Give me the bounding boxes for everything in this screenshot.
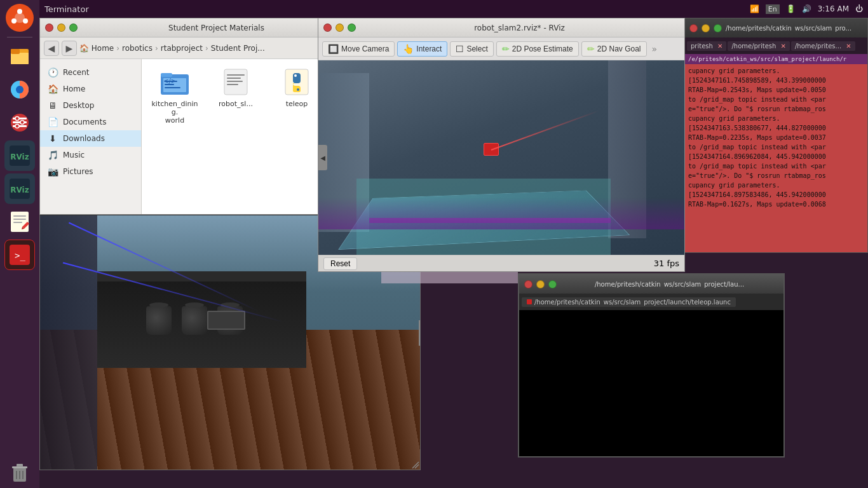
interact-icon: 👆 <box>403 44 414 54</box>
rviz-min-button[interactable] <box>336 24 344 32</box>
dock-item-editor[interactable] <box>4 207 35 237</box>
file-manager-body: 🕐 Recent 🏠 Home 🖥 Desktop 📄 Documents ⬇ … <box>40 59 356 214</box>
terminal-right-content[interactable]: cupancy grid parameters. [1524347161.745… <box>684 64 867 252</box>
pose-estimate-button[interactable]: ✏ 2D Pose Estimate <box>496 41 579 57</box>
tab-close-2[interactable]: ✕ <box>781 43 786 50</box>
sidebar-label-recent: Recent <box>63 68 89 77</box>
svg-rect-42 <box>227 74 245 76</box>
terminal-right-titlebar: /home/pritesh/catkin_ws/src/slam_pro... <box>684 18 867 37</box>
desktop-icon: 🖥 <box>48 100 58 111</box>
close-button[interactable] <box>45 24 53 32</box>
sidebar-item-recent[interactable]: 🕐 Recent <box>40 64 141 81</box>
sidebar-item-desktop[interactable]: 🖥 Desktop <box>40 97 141 114</box>
file-item-robot[interactable]: robot_sl... <box>210 67 261 125</box>
app-title: Terminator <box>44 4 89 14</box>
svg-rect-24 <box>13 222 22 223</box>
svg-rect-29 <box>17 464 23 467</box>
log-line-1: cupancy grid parameters. <box>688 67 864 76</box>
sidebar-item-downloads[interactable]: ⬇ Downloads <box>40 130 141 147</box>
teleop-tab-main[interactable]: /home/pritesh/catkin_ws/src/slam_project… <box>522 297 736 307</box>
dock-item-settings[interactable] <box>4 107 35 138</box>
dock-item-rviz1[interactable]: RViz <box>4 140 35 171</box>
nav-goal-icon: ✏ <box>587 44 595 54</box>
minimize-button[interactable] <box>57 24 65 32</box>
forward-button[interactable]: ▶ <box>62 41 77 56</box>
dock-item-ubuntu[interactable] <box>4 3 35 33</box>
svg-text:RViz: RViz <box>10 152 29 161</box>
robot-file-icon <box>220 67 251 97</box>
teleop-terminal-window: /home/pritesh/catkin_ws/src/slam_project… <box>518 273 785 458</box>
breadcrumb-current[interactable]: Student Proj... <box>211 44 265 53</box>
sidebar-item-documents[interactable]: 📄 Documents <box>40 114 141 130</box>
select-button[interactable]: ☐ Select <box>450 41 493 57</box>
log-line-8: RTAB-Map=0.2235s, Maps update=0.0037 <box>688 133 864 142</box>
viewport-collapse-btn[interactable]: ◀ <box>318 145 327 170</box>
svg-point-48 <box>294 74 297 77</box>
kitchen-file-label: kitchen_dining.world <box>149 100 200 125</box>
dock-item-rviz2[interactable]: RViz <box>4 173 35 204</box>
terminal-right-min[interactable] <box>702 24 710 32</box>
terminal-tab-pritesh[interactable]: pritesh ✕ <box>687 41 726 51</box>
tab-close-3[interactable]: ✕ <box>846 43 851 50</box>
resize-handle[interactable] <box>411 461 420 470</box>
rviz-titlebar: robot_slam2.rviz* - RViz <box>318 18 684 37</box>
reset-button[interactable]: Reset <box>323 257 357 270</box>
move-camera-button[interactable]: 🔲 Move Camera <box>322 41 395 57</box>
more-tools-button[interactable]: » <box>652 44 658 54</box>
sidebar-item-music[interactable]: 🎵 Music <box>40 147 141 163</box>
back-button[interactable]: ◀ <box>44 41 59 56</box>
dock-item-terminal[interactable]: >_ <box>4 240 35 270</box>
power-icon: ⏻ <box>855 4 863 13</box>
file-item-kitchen[interactable]: </> kitchen_dining.world <box>149 67 200 125</box>
terminal-right-max[interactable] <box>714 24 722 32</box>
teleop-content[interactable] <box>519 310 783 456</box>
sidebar-label-pictures: Pictures <box>63 167 93 176</box>
rviz-viewport[interactable]: ◀ <box>318 60 684 255</box>
teleop-min[interactable] <box>536 280 545 288</box>
rviz-close-button[interactable] <box>323 24 332 32</box>
svg-rect-6 <box>11 53 29 64</box>
fps-display: 31 fps <box>654 259 679 268</box>
pictures-icon: 📷 <box>48 166 58 177</box>
terminal-right-close[interactable] <box>689 24 698 32</box>
svg-rect-38 <box>165 87 180 88</box>
file-manager-toolbar: ◀ ▶ 🏠 Home › robotics › rtabproject › St… <box>40 37 356 59</box>
teleop-close[interactable] <box>524 280 532 288</box>
dock-item-trash[interactable] <box>4 458 35 488</box>
dock-item-files[interactable] <box>4 41 35 72</box>
breadcrumb-robotics[interactable]: robotics <box>122 44 153 53</box>
interact-label: Interact <box>416 44 442 53</box>
log-line-5: e="true"/>. Do "$ rosrun rtabmap_ros <box>688 105 864 114</box>
select-label: Select <box>466 44 487 53</box>
maximize-button[interactable] <box>69 24 78 32</box>
breadcrumb-home[interactable]: 🏠 Home <box>79 44 114 53</box>
battery-icon: 🔋 <box>786 4 796 13</box>
dock-item-firefox[interactable] <box>4 74 35 105</box>
pose-estimate-icon: ✏ <box>502 44 510 54</box>
sidebar-item-home[interactable]: 🏠 Home <box>40 81 141 97</box>
interact-button[interactable]: 👆 Interact <box>397 41 447 57</box>
teleop-max[interactable] <box>548 280 557 288</box>
svg-rect-34 <box>161 73 172 77</box>
log-line-4: to /grid_map topic instead with <par <box>688 95 864 104</box>
tab-close-1[interactable]: ✕ <box>717 43 722 50</box>
sidebar-item-pictures[interactable]: 📷 Pictures <box>40 163 141 180</box>
breadcrumb-rtabproject[interactable]: rtabproject <box>161 44 203 53</box>
teleop-tabbar: /home/pritesh/catkin_ws/src/slam_project… <box>519 294 783 310</box>
log-line-7: [1524347163.538380677, 444.827000000 <box>688 124 864 133</box>
nav-goal-button[interactable]: ✏ 2D Nav Goal <box>581 41 647 57</box>
sidebar-label-downloads: Downloads <box>63 134 105 143</box>
terminal-tab-path[interactable]: /home/prites... ✕ <box>791 41 855 51</box>
gazebo-collapse-btn[interactable]: ▶ <box>419 320 421 346</box>
keyboard-lang: En <box>766 4 780 14</box>
gazebo-wall-left <box>40 215 97 470</box>
dock-separator <box>7 37 32 37</box>
svg-text:>_: >_ <box>15 250 25 261</box>
rviz-max-button[interactable] <box>348 24 356 32</box>
file-manager-titlebar: Student Project Materials <box>40 18 356 37</box>
teleop-titlebar: /home/pritesh/catkin_ws/src/slam_project… <box>519 274 783 294</box>
terminal-tab-home[interactable]: /home/pritesh ✕ <box>728 41 790 51</box>
log-line-2: [1524347161.745898589, 443.399000000 <box>688 76 864 85</box>
file-item-teleop[interactable]: teleop <box>271 67 322 125</box>
breadcrumb: 🏠 Home › robotics › rtabproject › Studen… <box>79 44 265 53</box>
